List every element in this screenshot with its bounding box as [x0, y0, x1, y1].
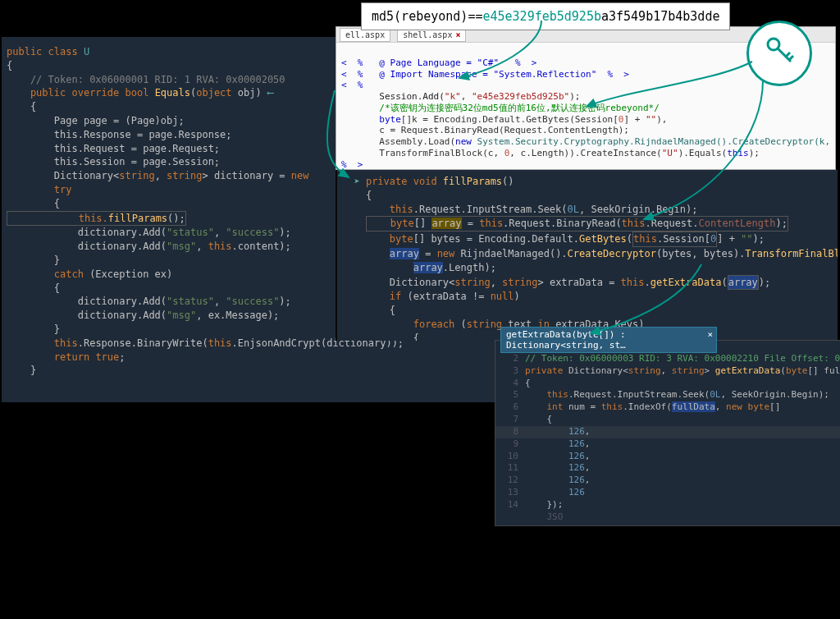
md5-hash-box: md5(rebeyond)==e45e329feb5d925ba3f549b17… [361, 2, 730, 30]
close-icon[interactable]: × [455, 30, 460, 39]
md5-hash-highlight: e45e329feb5d925b [482, 9, 601, 24]
svg-line-3 [789, 56, 793, 60]
binaryread-highlight: byte[] array = this.Request.BinaryRead(t… [366, 216, 788, 232]
key-icon [763, 34, 796, 73]
fillparams-call-highlight: this.fillParams(); [7, 211, 186, 227]
md5-label: md5(rebeyond)== [372, 9, 482, 24]
svg-point-0 [768, 39, 779, 50]
md5-hash-rest: a3f549b17b4b3dde [601, 9, 720, 24]
close-icon[interactable]: × [707, 329, 713, 340]
svg-line-2 [786, 53, 790, 57]
getextradata-tooltip: getExtraData(byte[]) : Dictionary<string… [500, 327, 717, 353]
getextradata-code-pane[interactable]: 1// U2// Token: 0x06000003 RID: 3 RVA: 0… [495, 340, 840, 526]
key-circle [746, 21, 812, 86]
fillparams-code-pane[interactable]: ➤ private void fillParams() { this.Reque… [336, 168, 838, 341]
